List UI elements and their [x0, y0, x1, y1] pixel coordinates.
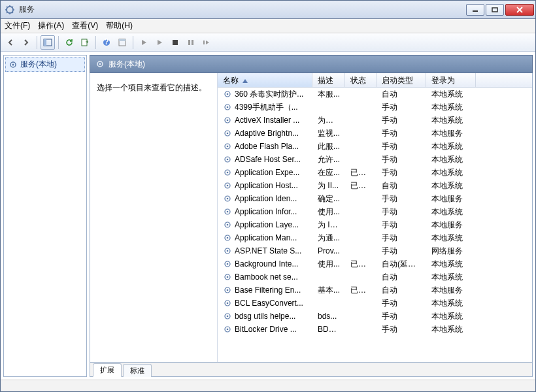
- close-button[interactable]: [505, 4, 534, 16]
- service-status: 已启动: [345, 178, 377, 193]
- refresh-button[interactable]: [62, 35, 76, 50]
- service-desc: [312, 105, 345, 109]
- service-row[interactable]: Background Inte...使用...已启动自动(延迟...本地系统: [218, 257, 532, 270]
- column-logon-as[interactable]: 登录为: [426, 73, 476, 87]
- service-row[interactable]: BitLocker Drive ...BDE...手动本地系统: [218, 323, 532, 336]
- gear-icon: [223, 246, 232, 255]
- svg-point-19: [227, 93, 229, 95]
- service-row[interactable]: Application Iden...确定...手动本地服务: [218, 192, 532, 205]
- service-row[interactable]: Adobe Flash Pla...此服...手动本地系统: [218, 140, 532, 153]
- service-row[interactable]: ASP.NET State S...Prov...手动网络服务: [218, 244, 532, 257]
- window-title: 服务: [19, 4, 466, 15]
- service-row[interactable]: Application Laye...为 In...手动本地服务: [218, 218, 532, 231]
- gear-icon: [223, 116, 232, 125]
- service-row[interactable]: Application Host...为 II...已启动自动本地系统: [218, 179, 532, 192]
- svg-point-41: [227, 237, 229, 239]
- service-name: BitLocker Drive ...: [235, 325, 297, 334]
- services-window: 服务 文件(F) 操作(A) 查看(V) 帮助(H) ?: [0, 0, 536, 392]
- column-startup-type[interactable]: 启动类型: [377, 73, 426, 87]
- service-row[interactable]: BCL EasyConvert...手动本地系统: [218, 297, 532, 310]
- main-panel: 服务(本地) 选择一个项目来查看它的描述。 名称 描述 状态 启动类型 登录为: [90, 55, 533, 377]
- pause2-button[interactable]: [184, 35, 198, 50]
- back-button[interactable]: [3, 35, 18, 50]
- gear-icon: [223, 155, 232, 164]
- service-desc: [312, 275, 345, 279]
- column-description[interactable]: 描述: [312, 73, 345, 87]
- service-row[interactable]: ActiveX Installer ...为从 ...手动本地系统: [218, 114, 532, 127]
- toolbar-separator: [133, 36, 133, 49]
- properties-button[interactable]: [115, 35, 129, 50]
- console-tree[interactable]: 服务(本地): [3, 55, 87, 377]
- service-name: BCL EasyConvert...: [235, 299, 303, 308]
- menu-view[interactable]: 查看(V): [72, 20, 98, 31]
- titlebar[interactable]: 服务: [1, 1, 535, 19]
- export-list-button[interactable]: [78, 35, 92, 50]
- service-name: Application Iden...: [235, 194, 297, 203]
- gear-icon: [223, 181, 232, 190]
- service-row[interactable]: Adaptive Brightn...监视...手动本地服务: [218, 127, 532, 140]
- service-row[interactable]: Application Infor...使用...手动本地系统: [218, 205, 532, 218]
- service-name: Adaptive Brightn...: [235, 129, 299, 138]
- svg-point-21: [227, 106, 229, 108]
- service-desc: 使用...: [312, 257, 345, 272]
- menu-help[interactable]: 帮助(H): [106, 20, 133, 31]
- service-row[interactable]: 360 杀毒实时防护...本服...自动本地系统: [218, 88, 532, 101]
- content-area: 服务(本地) 服务(本地) 选择一个项目来查看它的描述。 名称 描述 状态: [1, 52, 535, 380]
- column-status[interactable]: 状态: [345, 73, 377, 87]
- description-pane: 选择一个项目来查看它的描述。: [90, 73, 218, 362]
- show-hide-tree-button[interactable]: [41, 35, 55, 50]
- forward-button[interactable]: [19, 35, 33, 50]
- service-status: [345, 131, 377, 135]
- gear-icon: [223, 325, 232, 334]
- service-status: [345, 275, 377, 279]
- svg-point-27: [227, 146, 229, 148]
- service-status: [345, 223, 377, 227]
- gear-icon: [223, 259, 232, 269]
- stop-service-button[interactable]: [168, 35, 182, 50]
- minimize-button[interactable]: [466, 4, 484, 16]
- gear-icon: [223, 207, 232, 216]
- restart-service-button[interactable]: [199, 35, 214, 50]
- help-button[interactable]: ?: [99, 35, 114, 50]
- service-name: 360 杀毒实时防护...: [235, 89, 303, 100]
- sort-asc-icon: [243, 76, 248, 85]
- service-name: bdsg utils helpe...: [235, 312, 295, 321]
- service-status: 已启动: [345, 257, 377, 272]
- service-status: [345, 144, 377, 148]
- toolbar-separator: [58, 36, 59, 49]
- menu-action[interactable]: 操作(A): [38, 20, 64, 31]
- services-scroll[interactable]: 名称 描述 状态 启动类型 登录为 360 杀毒实时防护...本服...自动本地…: [218, 73, 532, 362]
- svg-rect-12: [192, 40, 193, 45]
- svg-rect-4: [44, 39, 46, 46]
- service-row[interactable]: Base Filtering En...基本...已启动自动本地服务: [218, 284, 532, 297]
- svg-point-25: [227, 133, 229, 135]
- maximize-button[interactable]: [486, 4, 504, 16]
- service-row[interactable]: Bambook net se...自动本地系统: [218, 270, 532, 284]
- svg-point-49: [227, 289, 229, 291]
- service-status: [345, 301, 377, 305]
- service-status: [345, 118, 377, 122]
- service-row[interactable]: 4399手机助手（...手动本地系统: [218, 101, 532, 114]
- tab-extended[interactable]: 扩展: [93, 363, 122, 377]
- services-list: 名称 描述 状态 启动类型 登录为 360 杀毒实时防护...本服...自动本地…: [218, 73, 532, 362]
- toolbar: ?: [1, 33, 535, 52]
- service-row[interactable]: Application Man...为通...手动本地系统: [218, 231, 532, 244]
- svg-point-53: [227, 316, 229, 318]
- service-desc: bds...: [312, 310, 345, 323]
- svg-point-33: [227, 185, 229, 187]
- menu-file[interactable]: 文件(F): [5, 20, 30, 31]
- service-row[interactable]: Application Expe...在应...已启动手动本地系统: [218, 166, 532, 179]
- description-prompt: 选择一个项目来查看它的描述。: [97, 83, 207, 92]
- tab-standard[interactable]: 标准: [123, 364, 152, 377]
- service-desc: 本服...: [312, 87, 345, 102]
- pause-service-button[interactable]: [152, 35, 167, 50]
- service-row[interactable]: ADSafe Host Ser...允许...手动本地系统: [218, 153, 532, 166]
- column-name[interactable]: 名称: [218, 73, 312, 87]
- gear-icon: [223, 220, 232, 229]
- start-service-button[interactable]: [137, 35, 151, 50]
- service-name: Application Expe...: [235, 168, 299, 177]
- service-status: [345, 236, 377, 240]
- window-controls: [466, 4, 534, 16]
- tree-root-services-local[interactable]: 服务(本地): [5, 57, 85, 72]
- service-row[interactable]: bdsg utils helpe...bds...手动本地系统: [218, 310, 532, 323]
